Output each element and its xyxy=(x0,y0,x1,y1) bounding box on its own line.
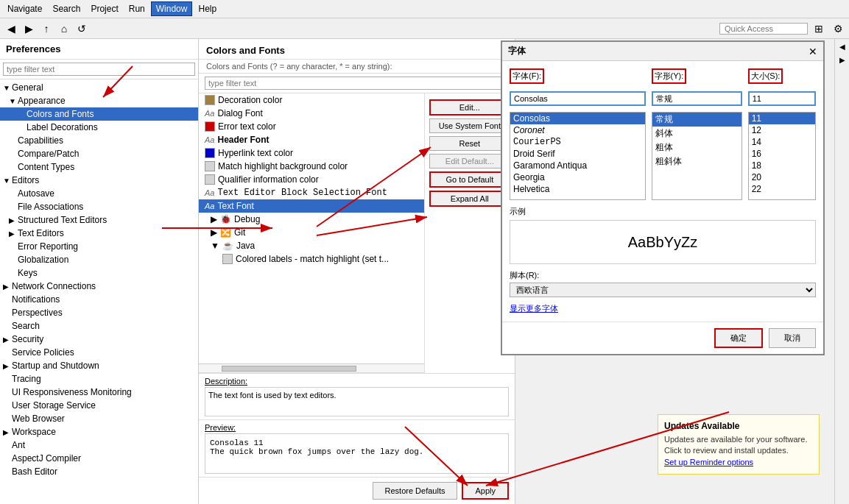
colors-fonts-filter-input[interactable] xyxy=(205,77,509,90)
font-list-option-georgia[interactable]: Georgia xyxy=(510,171,645,183)
menu-project[interactable]: Project xyxy=(86,2,122,15)
tree-web-browser[interactable]: Web Browser xyxy=(0,412,198,425)
font-list-item-block[interactable]: Aa Text Editor Block Selection Font xyxy=(199,186,424,199)
reset-button[interactable]: Reset xyxy=(429,136,510,151)
tree-service-policies[interactable]: Service Policies xyxy=(0,346,198,359)
style-option-regular[interactable]: 常规 xyxy=(652,113,741,127)
font-list-item-text[interactable]: Aa Text Font xyxy=(199,199,424,213)
tree-text-editors[interactable]: ▶ Text Editors xyxy=(0,227,198,240)
size-option-20[interactable]: 20 xyxy=(749,171,815,183)
filter-input[interactable] xyxy=(3,63,195,76)
tree-aspectj[interactable]: AspectJ Compiler xyxy=(0,452,198,465)
apply-button[interactable]: Apply xyxy=(462,482,509,500)
style-input[interactable] xyxy=(652,91,742,106)
edit-default-button[interactable]: Edit Default... xyxy=(429,154,510,168)
size-option-22[interactable]: 22 xyxy=(749,183,815,195)
toolbar-perspectives[interactable]: ⊞ xyxy=(811,21,827,37)
menu-window[interactable]: Window xyxy=(151,1,193,16)
more-fonts-link[interactable]: 显示更多字体 xyxy=(510,304,558,313)
minibar-collapse[interactable]: ◀ xyxy=(836,40,848,52)
cancel-button[interactable]: 取消 xyxy=(769,328,816,348)
tree-keys[interactable]: Keys xyxy=(0,266,198,280)
font-list-option-consolas[interactable]: Consolas xyxy=(510,113,645,124)
toolbar-refresh[interactable]: ↺ xyxy=(74,21,90,37)
go-to-default-button[interactable]: Go to Default xyxy=(429,171,510,188)
tree-ant[interactable]: Ant xyxy=(0,439,198,452)
menu-help[interactable]: Help xyxy=(194,2,221,15)
tree-ui-responsiveness[interactable]: UI Responsiveness Monitoring xyxy=(0,386,198,399)
size-option-16[interactable]: 16 xyxy=(749,148,815,160)
style-option-italic[interactable]: 斜体 xyxy=(652,127,741,141)
tree-tracing[interactable]: Tracing xyxy=(0,372,198,386)
tree-colors-fonts[interactable]: Colors and Fonts xyxy=(0,107,198,121)
font-list-option-garamond[interactable]: Garamond Antiqua xyxy=(510,160,645,171)
tree-compare-patch[interactable]: Compare/Patch xyxy=(0,147,198,160)
tree-file-assoc[interactable]: File Associations xyxy=(0,200,198,213)
quick-access-input[interactable] xyxy=(719,23,808,35)
script-select[interactable]: 西欧语言 xyxy=(510,283,816,297)
use-system-font-button[interactable]: Use System Font xyxy=(429,118,510,133)
tree-bash[interactable]: Bash Editor xyxy=(0,465,198,478)
font-listbox[interactable]: Consolas Coronet CourierPS Droid Serif G… xyxy=(510,112,646,200)
font-list-option-droid-serif[interactable]: Droid Serif xyxy=(510,148,645,160)
size-listbox[interactable]: 11 12 14 16 18 20 22 xyxy=(748,112,816,200)
tree-workspace[interactable]: ▶ Workspace xyxy=(0,425,198,439)
toolbar-forward[interactable]: ▶ xyxy=(21,21,37,37)
font-input[interactable] xyxy=(510,91,646,106)
toolbar-back[interactable]: ◀ xyxy=(3,21,19,37)
toolbar-home[interactable]: ⌂ xyxy=(56,21,72,37)
font-list-item-git[interactable]: ▶ 🔀 Git xyxy=(199,226,424,239)
tree-appearance[interactable]: ▼ Appearance xyxy=(0,94,198,107)
toolbar-up[interactable]: ↑ xyxy=(38,21,54,37)
font-list-item-error[interactable]: Error text color xyxy=(199,120,424,133)
font-list-item-decoration[interactable]: Decoration color xyxy=(199,93,424,107)
style-listbox[interactable]: 常规 斜体 粗体 粗斜体 xyxy=(652,112,742,200)
ok-button[interactable]: 确定 xyxy=(714,328,763,348)
toolbar-settings[interactable]: ⚙ xyxy=(830,21,846,37)
tree-security[interactable]: ▶ Security xyxy=(0,333,198,346)
size-option-14[interactable]: 14 xyxy=(749,136,815,148)
tree-perspectives[interactable]: Perspectives xyxy=(0,306,198,319)
tree-structured-text[interactable]: ▶ Structured Text Editors xyxy=(0,213,198,227)
tree-general[interactable]: ▼ General xyxy=(0,81,198,94)
font-list-item-match[interactable]: Match highlight background color xyxy=(199,160,424,173)
tree-notifications[interactable]: Notifications xyxy=(0,293,198,306)
font-list-option-helvetica[interactable]: Helvetica xyxy=(510,183,645,195)
restore-defaults-button[interactable]: Restore Defaults xyxy=(373,482,458,500)
font-list-item-qualifier[interactable]: Qualifier information color xyxy=(199,173,424,186)
tree-label-decorations[interactable]: Label Decorations xyxy=(0,121,198,134)
tree-editors[interactable]: ▼ Editors xyxy=(0,174,198,187)
tree-user-storage[interactable]: User Storage Service xyxy=(0,399,198,412)
font-list-option-courierps[interactable]: CourierPS xyxy=(510,136,645,148)
size-option-11[interactable]: 11 xyxy=(749,113,815,124)
style-option-bold-italic[interactable]: 粗斜体 xyxy=(652,155,741,168)
updates-link[interactable]: Set up Reminder options xyxy=(664,458,753,466)
tree-content-types[interactable]: Content Types xyxy=(0,160,198,174)
style-option-bold[interactable]: 粗体 xyxy=(652,141,741,155)
font-list-item-header[interactable]: Aa Header Font xyxy=(199,133,424,146)
minibar-expand[interactable]: ▶ xyxy=(836,54,848,65)
tree-startup[interactable]: ▶ Startup and Shutdown xyxy=(0,359,198,372)
menu-run[interactable]: Run xyxy=(124,2,149,15)
font-list-item-java[interactable]: ▼ ☕ Java xyxy=(199,239,424,252)
font-list-item-java-colored[interactable]: Colored labels - match highlight (set t.… xyxy=(199,252,424,266)
size-option-12[interactable]: 12 xyxy=(749,124,815,136)
dialog-close-button[interactable]: ✕ xyxy=(809,46,817,57)
font-list-option-coronet[interactable]: Coronet xyxy=(510,124,645,136)
font-list-item-dialog[interactable]: Aa Dialog Font xyxy=(199,107,424,120)
tree-capabilities[interactable]: Capabilities xyxy=(0,134,198,147)
expand-all-button[interactable]: Expand All xyxy=(429,191,510,207)
font-list-item-hyperlink[interactable]: Hyperlink text color xyxy=(199,146,424,160)
menu-navigate[interactable]: Navigate xyxy=(3,2,46,15)
size-option-18[interactable]: 18 xyxy=(749,160,815,171)
tree-error-reporting[interactable]: Error Reporting xyxy=(0,240,198,253)
tree-globalization[interactable]: Globalization xyxy=(0,253,198,266)
font-list-item-debug[interactable]: ▶ 🐞 Debug xyxy=(199,213,424,226)
size-input[interactable] xyxy=(748,91,816,106)
edit-button[interactable]: Edit... xyxy=(429,99,510,116)
horizontal-scrollbar[interactable] xyxy=(199,363,424,372)
tree-search[interactable]: Search xyxy=(0,319,198,333)
menu-search[interactable]: Search xyxy=(48,2,85,15)
tree-network[interactable]: ▶ Network Connections xyxy=(0,280,198,293)
tree-autosave[interactable]: Autosave xyxy=(0,187,198,200)
